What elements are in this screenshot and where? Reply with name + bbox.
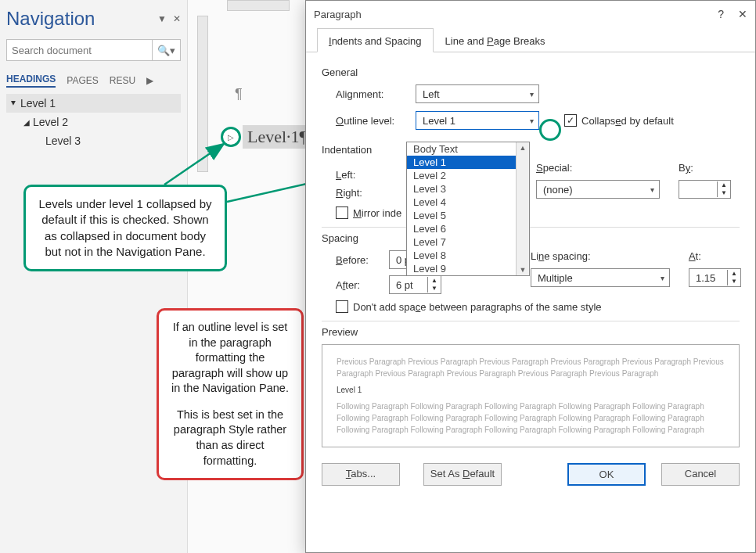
indent-right-label: Right:	[336, 187, 408, 199]
nav-tabs: HEADINGS PAGES RESU ▶	[6, 74, 181, 88]
special-value: (none)	[543, 184, 573, 196]
alignment-select[interactable]: Left ▾	[416, 84, 539, 103]
dialog-titlebar: Paragraph ? ✕	[306, 1, 755, 27]
outline-level-value: Level 1	[423, 115, 455, 127]
outline-option[interactable]: Level 7	[407, 235, 529, 249]
outline-level-label: Outline level:	[336, 115, 408, 127]
outline-option[interactable]: Level 9	[407, 262, 529, 275]
outline-option[interactable]: Level 1	[407, 156, 529, 169]
line-spacing-label: Line spacing:	[531, 250, 670, 262]
outline-level-select[interactable]: Level 1 ▾	[416, 111, 539, 130]
headings-list: ▲ Level 1 ◢ Level 2 Level 3	[6, 94, 181, 150]
callout-text: This is best set in the paragraph Style …	[170, 408, 290, 469]
line-spacing-value: Multiple	[538, 272, 573, 284]
callout-text: If an outline level is set in the paragr…	[170, 320, 290, 397]
document-heading-level1[interactable]: Level·1¶	[243, 125, 312, 149]
tab-headings[interactable]: HEADINGS	[6, 74, 56, 88]
dont-add-space-label: Don't add space between paragraphs of th…	[353, 301, 602, 313]
expand-icon[interactable]: ◢	[23, 118, 30, 127]
navigation-title: Navigation	[6, 8, 95, 30]
dropdown-icon: ▾	[530, 90, 534, 99]
dialog-button-row: Tabs... Set As Default OK Cancel	[306, 457, 755, 498]
scroll-down-icon[interactable]: ▼	[520, 266, 527, 274]
ok-button[interactable]: OK	[567, 463, 646, 486]
at-label: At:	[689, 250, 741, 262]
special-select[interactable]: (none) ▾	[536, 180, 660, 199]
expand-icon[interactable]: ▲	[9, 99, 17, 108]
scroll-up-icon[interactable]: ▲	[520, 144, 527, 152]
preview-previous: Previous Paragraph Previous Paragraph Pr…	[337, 356, 725, 379]
pane-close-icon[interactable]: ✕	[173, 13, 181, 24]
tab-line-page-breaks[interactable]: Line and Page Breaks	[434, 28, 557, 52]
preview-box: Previous Paragraph Previous Paragraph Pr…	[322, 344, 740, 447]
tab-results[interactable]: RESU	[110, 75, 135, 86]
mirror-indents-checkbox[interactable]	[336, 206, 348, 219]
at-input[interactable]: 1.15▲▼	[689, 268, 741, 287]
nav-item-level1[interactable]: ▲ Level 1	[6, 94, 181, 113]
dialog-help-icon[interactable]: ?	[718, 8, 724, 20]
spinner-down-icon[interactable]: ▼	[428, 285, 441, 293]
spacing-after-input[interactable]: 6 pt▲▼	[389, 275, 441, 294]
tabs-button[interactable]: Tabs...	[322, 463, 400, 486]
outline-option[interactable]: Level 6	[407, 222, 529, 235]
nav-item-label: Level 3	[45, 135, 81, 147]
collapse-triangle-icon: ▷	[228, 133, 234, 142]
outline-option[interactable]: Level 4	[407, 196, 529, 209]
indent-by-input[interactable]: ▲▼	[679, 180, 731, 199]
line-spacing-select[interactable]: Multiple ▾	[531, 268, 670, 287]
ruler-vertical[interactable]	[197, 16, 208, 172]
set-default-button[interactable]: Set As Default	[423, 463, 502, 486]
indent-left-label: Left:	[336, 169, 408, 181]
search-box[interactable]: 🔍▾	[6, 39, 181, 61]
pane-dropdown-icon[interactable]: ▼	[157, 13, 167, 24]
outline-option[interactable]: Body Text	[407, 142, 529, 156]
outline-option[interactable]: Level 5	[407, 209, 529, 222]
alignment-value: Left	[423, 88, 440, 100]
search-input[interactable]	[7, 45, 152, 56]
tab-indents-spacing[interactable]: IIndents and Spacingndents and Spacing	[317, 28, 434, 52]
nav-item-level2[interactable]: ◢ Level 2	[6, 113, 181, 131]
spinner-down-icon[interactable]: ▼	[718, 189, 730, 197]
outline-option[interactable]: Level 2	[407, 169, 529, 182]
spacing-section-label: Spacing	[322, 232, 740, 244]
nav-item-label: Level 2	[33, 116, 68, 128]
special-label: Special:	[536, 162, 660, 174]
tab-overflow-icon[interactable]: ▶	[146, 75, 153, 86]
callout-text: Levels under level 1 collapsed by defaul…	[39, 197, 212, 258]
general-section-label: General	[322, 66, 740, 78]
cancel-button[interactable]: Cancel	[661, 463, 740, 486]
dont-add-space-checkbox[interactable]	[336, 300, 348, 313]
navigation-title-row: Navigation ▼ ✕	[6, 8, 181, 30]
tab-pages[interactable]: PAGES	[67, 75, 98, 86]
dropdown-icon: ▾	[661, 274, 664, 282]
callout-outline-explanation: If an outline level is set in the paragr…	[157, 308, 304, 480]
outline-option[interactable]: Level 3	[407, 182, 529, 196]
preview-section-label: Preview	[322, 326, 740, 338]
after-label: After:	[336, 279, 381, 291]
ruler-horizontal[interactable]	[227, 0, 290, 11]
search-icon[interactable]: 🔍▾	[152, 40, 180, 60]
callout-collapsed-explanation: Levels under level 1 collapsed by defaul…	[23, 185, 227, 271]
nav-item-level3[interactable]: Level 3	[6, 131, 181, 150]
spinner-down-icon[interactable]: ▼	[728, 278, 740, 285]
collapsed-checkbox[interactable]: ✓	[564, 114, 577, 127]
spinner-up-icon[interactable]: ▲	[718, 181, 730, 189]
nav-item-label: Level 1	[20, 97, 56, 110]
collapse-heading-indicator[interactable]: ▷	[221, 127, 241, 147]
dialog-close-icon[interactable]: ✕	[738, 8, 747, 20]
alignment-label: Alignment:	[336, 88, 408, 100]
dropdown-icon: ▾	[530, 117, 534, 125]
dialog-title: Paragraph	[314, 9, 362, 20]
spinner-up-icon[interactable]: ▲	[728, 270, 740, 278]
paragraph-mark-icon: ¶	[235, 86, 243, 102]
preview-current: Level 1	[337, 384, 725, 396]
collapsed-label: Collapsed by default	[581, 115, 674, 127]
preview-following: Following Paragraph Following Paragraph …	[337, 400, 725, 436]
outline-option[interactable]: Level 8	[407, 249, 529, 262]
before-label: Before:	[336, 254, 381, 266]
dropdown-scrollbar[interactable]: ▲▼	[516, 142, 529, 275]
dropdown-icon: ▾	[650, 185, 654, 194]
spinner-up-icon[interactable]: ▲	[428, 277, 441, 285]
by-label: By:	[679, 162, 731, 174]
outline-level-dropdown[interactable]: Body Text Level 1 Level 2 Level 3 Level …	[406, 142, 530, 276]
